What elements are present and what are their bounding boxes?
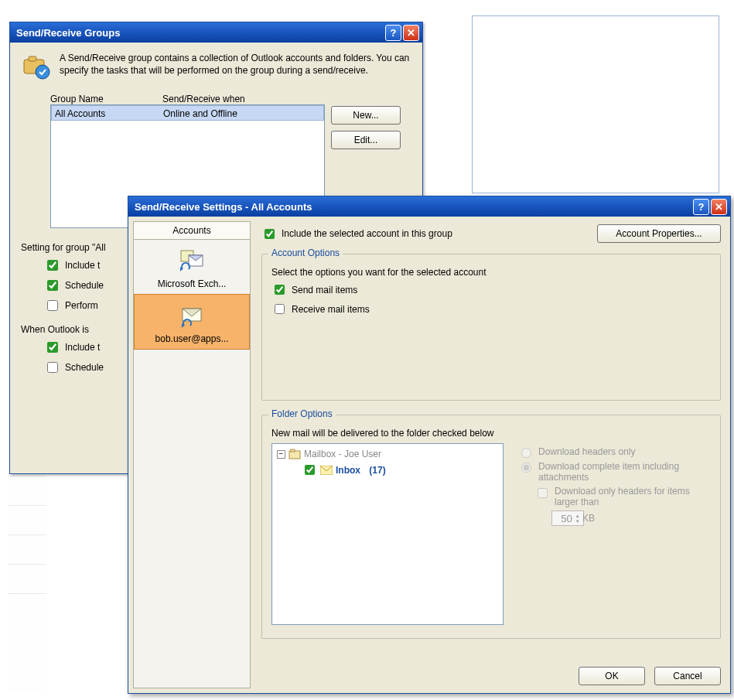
collapse-icon[interactable]: − bbox=[277, 450, 285, 459]
background-strip bbox=[8, 476, 46, 692]
account-label: bob.user@apps... bbox=[138, 333, 246, 344]
tree-inbox[interactable]: Inbox (17) bbox=[302, 463, 498, 477]
dialog-title: Send/Receive Settings - All Accounts bbox=[135, 201, 691, 213]
accounts-header: Accounts bbox=[134, 222, 250, 240]
accounts-pane: Accounts Microsoft Exch... bbox=[133, 221, 251, 688]
send-mail-checkbox[interactable] bbox=[275, 285, 285, 295]
folder-tree[interactable]: − Mailbox - Joe User bbox=[271, 443, 504, 625]
account-item-bob-user[interactable]: bob.user@apps... bbox=[134, 294, 250, 350]
svg-rect-11 bbox=[291, 449, 295, 452]
include-account-row[interactable]: Include the selected account in this gro… bbox=[261, 227, 592, 241]
send-mail-label: Send mail items bbox=[292, 285, 357, 295]
inbox-label: Inbox bbox=[336, 465, 360, 476]
account-options-title: Account Options bbox=[268, 248, 343, 258]
folder-options-desc: New mail will be delivered to the folder… bbox=[271, 428, 711, 439]
group-row[interactable]: All Accounts Online and Offline bbox=[51, 105, 324, 121]
group-row-name: All Accounts bbox=[55, 106, 163, 120]
help-button[interactable]: ? bbox=[693, 199, 709, 215]
close-button[interactable]: ✕ bbox=[403, 25, 419, 41]
new-button[interactable]: New... bbox=[331, 106, 401, 125]
receive-mail-label: Receive mail items bbox=[292, 304, 370, 315]
col-group-name: Group Name bbox=[50, 94, 162, 104]
include-offline-checkbox[interactable] bbox=[47, 342, 58, 353]
cancel-button[interactable]: Cancel bbox=[654, 667, 721, 685]
include-account-checkbox[interactable] bbox=[265, 229, 275, 239]
download-headers-radio bbox=[521, 448, 531, 458]
kb-label: KB bbox=[582, 513, 595, 524]
background-pane bbox=[472, 15, 719, 193]
inbox-count: (17) bbox=[369, 465, 385, 476]
titlebar[interactable]: Send/Receive Groups ? ✕ bbox=[10, 22, 422, 43]
download-only-headers-checkbox bbox=[538, 488, 548, 498]
schedule-checkbox[interactable] bbox=[47, 280, 58, 291]
schedule-label: Schedule bbox=[65, 280, 104, 291]
inbox-checkbox[interactable] bbox=[305, 465, 315, 475]
account-label: Microsoft Exch... bbox=[137, 278, 247, 289]
include-label: Include t bbox=[65, 260, 100, 271]
tree-root-label: Mailbox - Joe User bbox=[304, 449, 381, 459]
perform-checkbox[interactable] bbox=[47, 300, 58, 311]
col-send-receive-when: Send/Receive when bbox=[162, 94, 245, 104]
edit-button[interactable]: Edit... bbox=[331, 131, 401, 149]
svg-point-2 bbox=[36, 65, 50, 79]
tree-root[interactable]: − Mailbox - Joe User bbox=[277, 449, 498, 459]
send-receive-settings-dialog: Send/Receive Settings - All Accounts ? ✕… bbox=[128, 196, 731, 694]
svg-rect-1 bbox=[29, 56, 36, 61]
dialog-title: Send/Receive Groups bbox=[16, 27, 384, 39]
close-button[interactable]: ✕ bbox=[711, 199, 727, 215]
folder-options-title: Folder Options bbox=[268, 408, 336, 419]
download-complete-label: Download complete item including attachm… bbox=[538, 461, 711, 483]
receive-mail-checkbox[interactable] bbox=[275, 304, 285, 314]
perform-label: Perform bbox=[65, 300, 98, 311]
mail-account-icon bbox=[178, 302, 206, 330]
account-options-desc: Select the options you want for the sele… bbox=[271, 267, 711, 278]
include-checkbox[interactable] bbox=[47, 260, 58, 271]
download-complete-radio bbox=[521, 463, 531, 473]
schedule-offline-label: Schedule bbox=[65, 362, 104, 373]
size-input bbox=[551, 510, 584, 526]
account-properties-button[interactable]: Account Properties... bbox=[597, 224, 721, 243]
folder-options-group: Folder Options New mail will be delivere… bbox=[261, 415, 721, 639]
account-item-exchange[interactable]: Microsoft Exch... bbox=[134, 240, 250, 294]
group-row-when: Online and Offline bbox=[163, 106, 237, 120]
exchange-icon bbox=[178, 248, 206, 275]
account-options-group: Account Options Select the options you w… bbox=[261, 254, 721, 401]
inbox-icon bbox=[320, 466, 333, 475]
info-text: A Send/Receive group contains a collecti… bbox=[60, 52, 411, 83]
include-offline-label: Include t bbox=[65, 342, 100, 353]
help-button[interactable]: ? bbox=[385, 25, 401, 41]
ok-button[interactable]: OK bbox=[579, 667, 645, 685]
mailbox-icon bbox=[288, 449, 301, 459]
download-headers-label: Download headers only bbox=[538, 446, 635, 457]
download-only-headers-label: Download only headers for items larger t… bbox=[555, 486, 711, 507]
titlebar[interactable]: Send/Receive Settings - All Accounts ? ✕ bbox=[128, 196, 730, 217]
schedule-offline-checkbox[interactable] bbox=[47, 362, 58, 373]
groups-icon bbox=[21, 52, 52, 83]
download-options: Download headers only Download complete … bbox=[517, 443, 711, 625]
include-account-label: Include the selected account in this gro… bbox=[282, 228, 452, 239]
